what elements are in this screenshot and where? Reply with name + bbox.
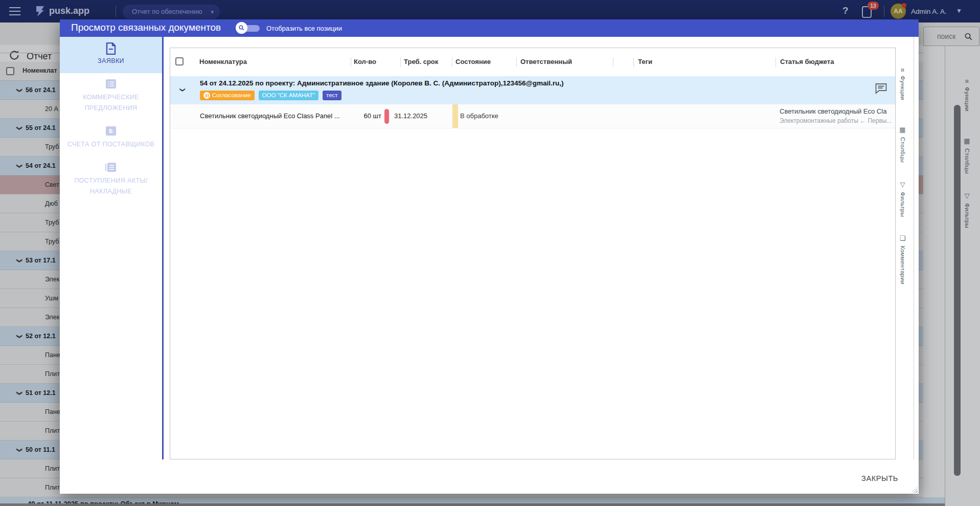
badge-list: СогласованиеООО "СК АМАНАТ"тест (200, 91, 341, 100)
column-header-0[interactable]: Номенклатура (199, 58, 247, 65)
status-badge: тест (323, 91, 341, 100)
comments-icon[interactable] (875, 83, 887, 96)
side-tab-label: Функции (900, 76, 906, 100)
list-icon (63, 79, 159, 91)
side-tab-label: Фильтры (900, 192, 906, 217)
status-marker (452, 104, 458, 128)
pause-circle-icon (203, 92, 210, 99)
nav-item-label: СЧЕТА ОТ ПОСТАВЩИКОВ (63, 139, 159, 150)
document-title: 54 от 24.12.2025 по проекту: Администрат… (200, 79, 563, 87)
modal-header: Просмотр связанных документов Отобразить… (60, 19, 919, 37)
budget-cell: Светильник светодиодный Eco Cla Электром… (780, 107, 894, 124)
column-header-2[interactable]: Треб. срок (404, 58, 438, 65)
status-badge: Согласование (200, 91, 255, 100)
budget-title: Светильник светодиодный Eco Cla (780, 107, 894, 115)
nav-item-label: КОММЕРЧЕСКИЕ ПРЕДЛОЖЕНИЯ (63, 92, 159, 114)
toggle-label: Отобразить все позиции (266, 25, 342, 32)
badge-label: Согласование (212, 91, 251, 100)
modal-tab-filter[interactable]: ▽Фильтры (899, 181, 906, 217)
column-header-1[interactable]: Кол-во (354, 58, 376, 65)
nav-item-list[interactable]: КОММЕРЧЕСКИЕ ПРЕДЛОЖЕНИЯ (60, 73, 162, 120)
invoice-icon: $: (63, 126, 159, 138)
toggle-knob (236, 22, 247, 34)
position-qty: 60 шт (324, 112, 381, 120)
comments-icon: ❏ (899, 234, 906, 242)
modal-tab-columns[interactable]: ▦Столбцы (899, 126, 906, 163)
nav-item-document[interactable]: ЗАЯВКИ (60, 37, 162, 73)
svg-text:$:: $: (109, 128, 115, 134)
qty-marker (384, 109, 389, 124)
linked-documents-modal: Просмотр связанных документов Отобразить… (60, 19, 919, 494)
position-name: Светильник светодиодный Eco Class Panel … (200, 112, 340, 120)
nav-item-invoice[interactable]: $:СЧЕТА ОТ ПОСТАВЩИКОВ (60, 120, 162, 157)
column-header-3[interactable]: Состояние (455, 58, 491, 65)
status-badge: ООО "СК АМАНАТ" (259, 91, 318, 100)
position-row[interactable]: Светильник светодиодный Eco Class Panel … (170, 104, 895, 128)
columns-icon: ▦ (899, 126, 906, 134)
column-header-6[interactable]: Статья бюджета (780, 58, 834, 65)
modal-tab-menu[interactable]: ≡Функции (899, 68, 906, 100)
select-all-checkbox[interactable] (175, 57, 184, 65)
position-status: В обработке (460, 112, 498, 120)
document-group-row[interactable]: ❯ 54 от 24.12.2025 по проекту: Администр… (170, 76, 895, 104)
chevron-down-icon: ❯ (179, 87, 186, 92)
badge-label: тест (326, 91, 338, 100)
nav-item-receipt-list[interactable]: ПОСТУПЛЕНИЯ АКТЫ/НАКЛАДНЫЕ (60, 157, 162, 204)
resize-handle[interactable] (911, 487, 918, 493)
modal-title: Просмотр связанных документов (71, 22, 221, 33)
modal-tabs-border (914, 37, 914, 459)
badge-label: ООО "СК АМАНАТ" (262, 91, 315, 100)
document-icon (63, 42, 159, 55)
table-header-row: НоменклатураКол-воТреб. срокСостояниеОтв… (170, 48, 895, 77)
screen: pusk.app Отчет по обеспечению ▾ ? 13 AA … (0, 0, 980, 506)
column-header-4[interactable]: Ответственный (520, 58, 572, 65)
column-header-5[interactable]: Теги (638, 58, 652, 65)
side-tab-label: Столбцы (900, 137, 906, 163)
side-tab-label: Комментарии (900, 246, 906, 284)
close-button[interactable]: ЗАКРЫТЬ (856, 469, 903, 488)
receipt-list-icon (63, 162, 159, 174)
search-icon (238, 25, 245, 31)
nav-item-label: ПОСТУПЛЕНИЯ АКТЫ/НАКЛАДНЫЕ (63, 175, 159, 197)
documents-table: НоменклатураКол-воТреб. срокСостояниеОтв… (170, 48, 896, 459)
menu-icon: ≡ (899, 68, 906, 72)
modal-tab-comments[interactable]: ❏Комментарии (899, 234, 906, 284)
show-all-positions-toggle[interactable] (236, 22, 261, 34)
position-due-date: 31.12.2025 (394, 112, 427, 120)
nav-item-label: ЗАЯВКИ (63, 56, 159, 67)
modal-nav: ЗАЯВКИКОММЕРЧЕСКИЕ ПРЕДЛОЖЕНИЯ$:СЧЕТА ОТ… (60, 37, 164, 459)
budget-path: Электромонтажные работы ← Первы... (780, 117, 894, 124)
filter-icon: ▽ (899, 181, 906, 188)
